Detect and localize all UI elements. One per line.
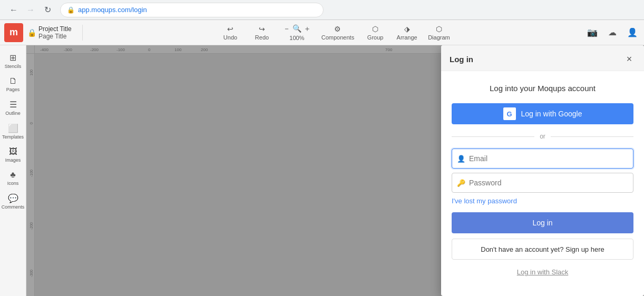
- or-line-right: [551, 136, 633, 137]
- password-icon: 🔑: [457, 179, 465, 187]
- arrange-icon: ⬗: [404, 25, 410, 33]
- modal-body: Log into your Moqups account G Log in wi…: [441, 71, 644, 287]
- images-icon: 🖼: [9, 147, 17, 156]
- modal-overlay: Log in × Log into your Moqups account G …: [26, 45, 644, 296]
- modal-close-button[interactable]: ×: [623, 53, 636, 65]
- group-icon: ⬡: [372, 25, 378, 33]
- signup-button[interactable]: Don't have an account yet? Sign up here: [452, 239, 633, 260]
- sidebar-item-icons[interactable]: ♣ Icons: [0, 167, 26, 189]
- outline-icon: ☰: [9, 100, 17, 110]
- email-input[interactable]: [452, 149, 633, 169]
- google-btn-label: Log in with Google: [521, 110, 582, 118]
- diagram-button[interactable]: ⬡ Diagram: [428, 25, 450, 41]
- pages-icon: 🗋: [9, 76, 17, 86]
- components-icon: ⚙: [334, 25, 341, 33]
- sidebar-item-label: Icons: [7, 181, 19, 186]
- forgot-password-link[interactable]: I've lost my password: [452, 197, 633, 205]
- redo-icon: ↪: [259, 25, 265, 33]
- sidebar-item-label: Images: [5, 157, 21, 163]
- or-divider: or: [452, 133, 633, 140]
- group-button[interactable]: ⬡ Group: [365, 25, 386, 41]
- arrange-button[interactable]: ⬗ Arrange: [396, 25, 417, 41]
- templates-icon: ⬜: [8, 123, 18, 133]
- lock-icon: 🔒: [67, 6, 75, 14]
- sidebar-item-outline[interactable]: ☰ Outline: [0, 96, 26, 119]
- sidebar-item-label: Pages: [6, 87, 20, 92]
- google-icon: G: [503, 107, 516, 120]
- project-title: Project Title: [38, 25, 72, 33]
- email-input-group: 👤: [452, 149, 633, 169]
- or-text: or: [540, 133, 545, 140]
- toolbar-lock-icon: 🔒: [27, 28, 36, 37]
- sidebar: ⊞ Stencils 🗋 Pages ☰ Outline ⬜ Templates…: [0, 45, 26, 296]
- components-button[interactable]: ⚙ Components: [321, 25, 354, 41]
- stencils-icon: ⊞: [9, 53, 16, 63]
- sidebar-item-stencils[interactable]: ⊞ Stencils: [0, 50, 26, 72]
- redo-button[interactable]: ↪ Redo: [251, 25, 272, 41]
- camera-icon-btn[interactable]: 📷: [585, 25, 600, 40]
- toolbar-project: Project Title Page Title: [38, 25, 72, 40]
- login-modal: Log in × Log into your Moqups account G …: [441, 45, 644, 296]
- sidebar-item-images[interactable]: 🖼 Images: [0, 144, 26, 166]
- zoom-control[interactable]: － 🔍 ＋ 100%: [283, 24, 311, 41]
- sidebar-item-label: Templates: [2, 134, 24, 140]
- page-title: Page Title: [38, 33, 72, 40]
- app-toolbar: m 🔒 Project Title Page Title ↩ Undo ↪ Re…: [0, 20, 644, 45]
- undo-icon: ↩: [227, 25, 233, 33]
- url-text: app.moqups.com/login: [78, 6, 147, 14]
- password-input-group: 🔑: [452, 173, 633, 193]
- toolbar-divider: [82, 25, 83, 41]
- user-icon-btn[interactable]: 👤: [625, 25, 640, 40]
- or-line-left: [452, 136, 534, 137]
- modal-subtitle: Log into your Moqups account: [452, 84, 633, 93]
- icons-icon: ♣: [10, 170, 16, 180]
- browser-nav-buttons: ← → ↻: [6, 3, 55, 17]
- sidebar-item-templates[interactable]: ⬜ Templates: [0, 120, 26, 143]
- sidebar-item-label: Outline: [5, 111, 21, 116]
- toolbar-right: 📷 ☁ 👤: [585, 25, 640, 40]
- toolbar-logo: m: [4, 23, 23, 42]
- sidebar-item-comments[interactable]: 💬 Comments: [0, 190, 26, 213]
- address-bar[interactable]: 🔒 app.moqups.com/login: [60, 3, 324, 17]
- sidebar-item-label: Stencils: [5, 64, 22, 69]
- reload-button[interactable]: ↻: [40, 3, 55, 17]
- main-area: ⊞ Stencils 🗋 Pages ☰ Outline ⬜ Templates…: [0, 45, 644, 296]
- toolbar-center: ↩ Undo ↪ Redo － 🔍 ＋ 100% ⚙ Components ⬡ …: [85, 24, 585, 41]
- sidebar-item-pages[interactable]: 🗋 Pages: [0, 73, 26, 95]
- back-button[interactable]: ←: [6, 3, 21, 17]
- login-button[interactable]: Log in: [452, 212, 633, 233]
- email-icon: 👤: [457, 155, 465, 163]
- sidebar-item-label: Comments: [2, 204, 25, 210]
- upload-icon-btn[interactable]: ☁: [605, 25, 620, 40]
- modal-title: Log in: [450, 55, 473, 64]
- canvas-area: -400 -300 -200 -100 0 100 200 700 100 0 …: [26, 45, 644, 296]
- google-login-button[interactable]: G Log in with Google: [452, 103, 633, 124]
- forward-button[interactable]: →: [23, 3, 38, 17]
- password-input[interactable]: [452, 173, 633, 193]
- diagram-icon: ⬡: [436, 25, 442, 33]
- undo-button[interactable]: ↩ Undo: [220, 25, 241, 41]
- modal-header: Log in ×: [441, 45, 644, 71]
- zoom-icon: － 🔍 ＋: [283, 24, 311, 34]
- slack-login-link[interactable]: Log in with Slack: [452, 268, 633, 276]
- browser-chrome: ← → ↻ 🔒 app.moqups.com/login: [0, 0, 644, 20]
- comments-icon: 💬: [8, 193, 18, 203]
